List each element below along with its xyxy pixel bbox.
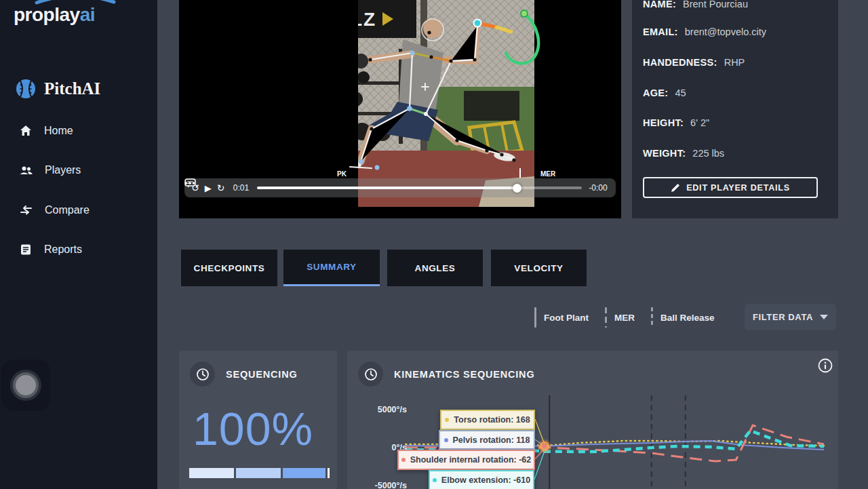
seek-bar-fill [257, 187, 517, 189]
detail-row-name: NAME:Brent Pourciau [643, 0, 748, 9]
elbow-series-dot [433, 478, 437, 482]
sequencing-header: SEQUENCING [190, 361, 298, 387]
timeline-marker-pk: PK [337, 170, 347, 178]
sequencing-percent: 100% [193, 402, 313, 455]
kinematics-title: KINEMATICS SEQUENCING [394, 369, 534, 380]
tab-angles[interactable]: ANGLES [387, 250, 483, 286]
sidebar-item-compare[interactable]: Compare [0, 197, 157, 224]
more-options-icon[interactable] [184, 178, 195, 188]
hand-joint-dot [474, 20, 481, 27]
remaining-time: -0:00 [587, 183, 609, 193]
tab-checkpoints[interactable]: CHECKPOINTS [181, 250, 277, 286]
tooltip-text: Elbow extension: -610 [441, 475, 530, 485]
tab-label: CHECKPOINTS [194, 263, 265, 273]
baseball-icon [15, 78, 37, 100]
clock-icon [364, 368, 378, 381]
detail-row-age: AGE:45 [643, 87, 686, 98]
detail-value: 6' 2" [690, 117, 709, 128]
pelvis-series-dot [444, 438, 448, 442]
tooltip-elbow-extension: Elbow extension: -610 [429, 470, 534, 489]
sidebar-item-players[interactable]: Players [0, 157, 157, 184]
detail-row-email: EMAIL:brent@topvelo.city [643, 26, 766, 37]
proplayai-logo: proplayai [12, 0, 127, 31]
detail-label: HEIGHT: [643, 117, 684, 128]
legend-ball-release: Ball Release [651, 307, 715, 328]
filter-data-button[interactable]: FILTER DATA [745, 304, 836, 330]
progress-segment-2 [236, 468, 281, 478]
sidebar: proplayai PitchAI Home Players [0, 0, 157, 489]
tab-label: VELOCITY [514, 263, 563, 273]
progress-end-cap [328, 468, 330, 478]
current-time: 0:01 [230, 183, 252, 193]
tab-velocity[interactable]: VELOCITY [491, 250, 587, 286]
legend-mer: MER [605, 307, 635, 328]
detail-label: AGE: [643, 87, 668, 98]
detail-label: HANDEDNESS: [643, 57, 717, 68]
detail-label: NAME: [643, 0, 676, 9]
kinematics-header: KINEMATICS SEQUENCING [358, 361, 534, 387]
detail-row-handedness: HANDEDNESS:RHP [643, 57, 745, 68]
clock-icon [196, 368, 210, 381]
detail-label: EMAIL: [643, 26, 678, 37]
brand-row: PitchAI [15, 78, 100, 100]
tab-label: ANGLES [415, 263, 456, 273]
sequencing-progress-bar [189, 468, 330, 478]
seek-bar[interactable] [257, 187, 582, 189]
sidebar-item-label: Compare [45, 204, 90, 216]
legend-label: MER [614, 313, 635, 323]
detail-row-weight: WEIGHT:225 lbs [643, 148, 724, 159]
video-player: SKLZ [179, 0, 621, 218]
pencil-icon [671, 183, 680, 193]
tab-summary[interactable]: SUMMARY [283, 250, 380, 286]
legend-label: Ball Release [660, 313, 715, 323]
tooltip-text: Shoulder internal rotation: -62 [410, 455, 532, 465]
clock-icon-wrap [358, 361, 383, 387]
video-controls-bar: ↺ ▶ ↻ 0:01 -0:00 [184, 178, 616, 197]
sequencing-title: SEQUENCING [226, 369, 298, 380]
solid-line-icon [534, 307, 536, 328]
forward-10-button[interactable]: ↻ [217, 183, 225, 193]
screen-recorder-button[interactable] [1, 359, 50, 411]
info-icon[interactable] [817, 357, 833, 374]
torso-series-dot [445, 418, 449, 422]
seek-bar-knob[interactable] [513, 184, 521, 193]
recorder-dot-icon [13, 372, 39, 398]
highlight-point [542, 444, 547, 448]
pitchai-app: proplayai PitchAI Home Players [0, 0, 868, 489]
detail-value: 225 lbs [692, 148, 724, 159]
reports-icon [19, 243, 33, 256]
brand-name: PitchAI [44, 79, 100, 98]
detail-value: RHP [724, 57, 745, 68]
tooltip-shoulder-internal-rotation: Shoulder internal rotation: -62 [397, 450, 535, 470]
legend-foot-plant: Foot Plant [534, 307, 589, 328]
detail-value: 45 [675, 87, 686, 98]
detail-row-height: HEIGHT:6' 2" [643, 117, 709, 128]
trail-start-dot [521, 10, 528, 17]
detail-value: Brent Pourciau [683, 0, 748, 9]
chevron-down-icon [820, 315, 828, 319]
logo-text: proplayai [14, 4, 95, 26]
sidebar-item-home[interactable]: Home [0, 117, 157, 144]
sidebar-item-label: Reports [44, 243, 82, 256]
player-details-panel: NAME:Brent Pourciau EMAIL:brent@topvelo.… [632, 0, 838, 218]
sidebar-item-reports[interactable]: Reports [0, 236, 157, 263]
filter-button-label: FILTER DATA [753, 312, 813, 322]
players-icon [19, 163, 33, 177]
y-tick-5000: 5000°/s [378, 405, 407, 414]
shoulder-series-dot [401, 458, 406, 462]
logo-part1: proplay [14, 4, 80, 25]
fine-dashed-line-icon [651, 307, 653, 328]
dashed-line-icon [605, 307, 607, 328]
edit-button-label: EDIT PLAYER DETAILS [686, 183, 790, 193]
edit-player-details-button[interactable]: EDIT PLAYER DETAILS [643, 177, 818, 198]
tooltip-pelvis-rotation: Pelvis rotation: 118 [439, 430, 535, 450]
detail-value: brent@topvelo.city [685, 26, 766, 37]
clock-icon-wrap [190, 361, 215, 387]
legend-label: Foot Plant [544, 313, 589, 323]
kinematics-sequencing-card: 5000°/s 0°/s -5000°/s KINEMATICS SEQUENC… [347, 351, 838, 489]
sidebar-item-label: Home [44, 125, 73, 137]
y-tick-neg5000: -5000°/s [375, 481, 407, 489]
play-button[interactable]: ▶ [205, 184, 212, 193]
tooltip-text: Pelvis rotation: 118 [453, 435, 530, 445]
tab-label: SUMMARY [307, 262, 356, 272]
